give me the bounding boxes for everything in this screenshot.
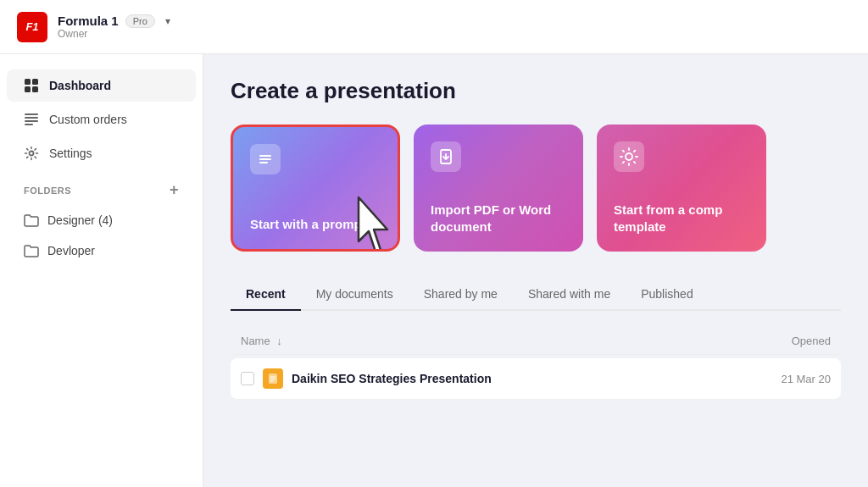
prompt-card-label: Start with a prompt xyxy=(250,216,366,233)
svg-rect-5 xyxy=(25,117,38,119)
folders-heading: FOLDERS xyxy=(24,185,71,196)
folders-header: FOLDERS + xyxy=(7,171,196,204)
sort-icon: ↓ xyxy=(276,335,282,347)
col-opened-header: Opened xyxy=(792,335,831,347)
document-opened-date: 21 Mar 20 xyxy=(781,373,831,385)
card-prompt[interactable]: Start with a prompt xyxy=(231,125,400,252)
col-name-header: Name ↓ xyxy=(241,335,282,347)
main-layout: Dashboard Custom orders Sett xyxy=(0,54,868,487)
dashboard-icon xyxy=(24,78,39,93)
svg-rect-6 xyxy=(25,120,38,122)
svg-rect-0 xyxy=(25,79,31,85)
folder-designer-label: Designer (4) xyxy=(47,213,113,227)
card-import[interactable]: Import PDF or Word document xyxy=(414,125,583,252)
tab-my-documents[interactable]: My documents xyxy=(301,279,409,309)
user-role: Owner xyxy=(58,28,170,40)
sidebar: Dashboard Custom orders Sett xyxy=(0,54,203,487)
documents-tabs: Recent My documents Shared by me Shared … xyxy=(231,279,841,311)
sidebar-item-custom-orders-label: Custom orders xyxy=(49,113,127,126)
tab-recent[interactable]: Recent xyxy=(231,279,301,309)
main-content: Create a presentation Start with a promp… xyxy=(203,54,868,487)
table-header: Name ↓ Opened xyxy=(231,328,841,355)
dropdown-chevron-icon[interactable]: ▾ xyxy=(165,15,170,27)
card-template[interactable]: Start from a comp template xyxy=(597,125,766,252)
svg-point-8 xyxy=(30,152,34,156)
custom-orders-icon xyxy=(24,112,39,127)
create-cards-row: Start with a prompt Import PDF or Word d… xyxy=(231,125,841,252)
doc-type-icon xyxy=(263,368,283,389)
folder-icon-2 xyxy=(24,243,39,258)
svg-rect-2 xyxy=(25,86,31,92)
template-card-icon xyxy=(614,141,644,172)
sidebar-item-dashboard-label: Dashboard xyxy=(49,79,111,92)
svg-rect-7 xyxy=(25,124,33,125)
app-name: Formula 1 xyxy=(58,14,119,28)
app-logo: F1 xyxy=(17,12,47,42)
prompt-card-icon xyxy=(250,144,281,174)
import-card-icon xyxy=(431,141,461,172)
folder-item-designer[interactable]: Designer (4) xyxy=(7,206,196,235)
settings-icon xyxy=(24,146,39,161)
sidebar-item-settings-label: Settings xyxy=(49,147,92,160)
table-row[interactable]: Daikin SEO Strategies Presentation 21 Ma… xyxy=(231,358,841,400)
page-title: Create a presentation xyxy=(231,78,841,104)
folder-item-devloper[interactable]: Devloper xyxy=(7,236,196,265)
sidebar-item-dashboard[interactable]: Dashboard xyxy=(7,69,196,102)
tab-shared-by-me[interactable]: Shared by me xyxy=(409,279,513,309)
svg-rect-3 xyxy=(32,86,38,92)
brand-info: Formula 1 Pro ▾ Owner xyxy=(58,14,170,40)
svg-rect-1 xyxy=(32,79,38,85)
document-name: Daikin SEO Strategies Presentation xyxy=(292,372,492,385)
sidebar-item-settings[interactable]: Settings xyxy=(7,137,196,169)
plan-badge: Pro xyxy=(125,14,155,28)
template-card-label: Start from a comp template xyxy=(614,202,749,235)
import-card-label: Import PDF or Word document xyxy=(431,202,566,235)
add-folder-button[interactable]: + xyxy=(170,181,179,199)
row-checkbox[interactable] xyxy=(241,372,254,385)
sidebar-item-custom-orders[interactable]: Custom orders xyxy=(7,103,196,136)
tab-published[interactable]: Published xyxy=(626,279,709,309)
folder-devloper-label: Devloper xyxy=(47,244,95,257)
folder-icon xyxy=(24,213,39,228)
tab-shared-with-me[interactable]: Shared with me xyxy=(513,279,626,309)
svg-rect-4 xyxy=(25,113,38,115)
app-header: F1 Formula 1 Pro ▾ Owner xyxy=(0,0,868,54)
svg-point-13 xyxy=(626,153,632,160)
